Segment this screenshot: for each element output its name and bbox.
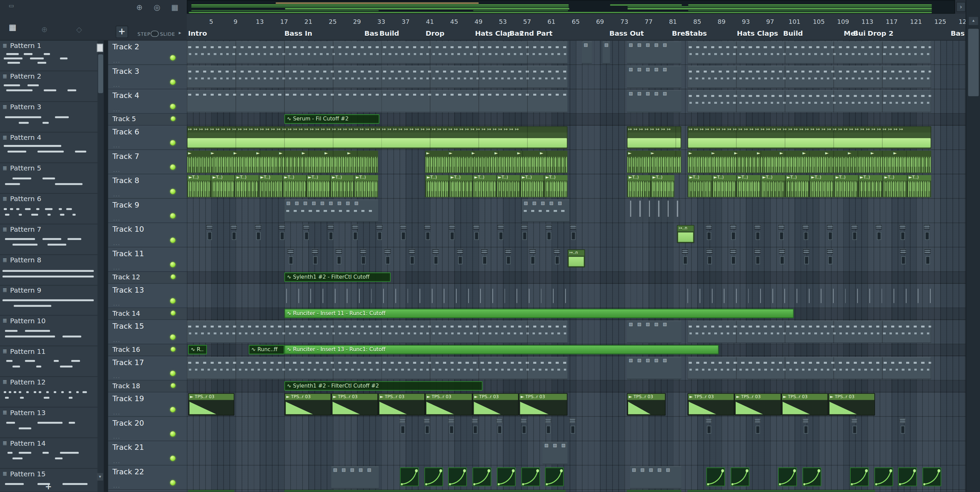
pattern-item[interactable]: ≣Pattern 9	[0, 285, 104, 316]
track-mute-led[interactable]	[170, 116, 176, 121]
mini-pattern-clip[interactable]	[827, 224, 834, 240]
audio-clip[interactable]: ► TPS..r 03	[687, 393, 734, 416]
track-mute-led[interactable]	[170, 104, 176, 110]
pattern-clip[interactable]	[687, 320, 931, 343]
mini-pattern-clip[interactable]	[206, 224, 214, 240]
track-options-grip[interactable]: ...	[113, 106, 120, 112]
playlist-grid[interactable]: ▤▤▤▤▤▤▤▤▤▤▤▤▤▤▤▤▤∿ Serum - Fil Cutoff #2…	[187, 40, 966, 492]
track-mute-led[interactable]	[170, 164, 176, 170]
snap-magnet-icon[interactable]: ◎	[154, 3, 160, 12]
audio-clip[interactable]: ►T..)	[737, 175, 761, 197]
pattern-item[interactable]: ≣Pattern 4	[0, 132, 104, 163]
audio-clip[interactable]: ►T..)	[858, 175, 883, 197]
section-marker[interactable]: Bas	[364, 29, 379, 37]
automation-clip[interactable]: ∿ Serum - Fil Cutoff #2	[285, 114, 379, 124]
mini-pattern-clip[interactable]	[827, 249, 834, 264]
pattern-item[interactable]: ≣Pattern 10	[0, 316, 104, 346]
automation-curve-clip[interactable]	[449, 468, 467, 486]
section-marker[interactable]: Bass In	[285, 29, 312, 37]
mini-pattern-clip[interactable]	[288, 249, 295, 264]
automation-curve-clip[interactable]	[850, 468, 869, 486]
mini-pattern-clip[interactable]	[231, 224, 238, 240]
audio-clip[interactable]: ►T..)	[520, 175, 544, 197]
pattern-item[interactable]: ≣Pattern 12	[0, 377, 104, 408]
mini-pattern-clip[interactable]	[900, 418, 907, 434]
add-button[interactable]: +	[116, 25, 128, 38]
audio-clip[interactable]: ↦↦↦↦↦↦↦↦	[627, 126, 681, 149]
track-mute-led[interactable]	[170, 140, 176, 146]
audio-clip[interactable]: ►►►►►►	[425, 151, 568, 173]
track-header[interactable]: Track 5	[108, 114, 187, 126]
mini-pattern-clip[interactable]	[505, 249, 513, 264]
mini-pattern-clip[interactable]	[706, 418, 713, 434]
mini-pattern-clip[interactable]	[803, 224, 810, 240]
audio-clip[interactable]: ►T..)	[473, 175, 496, 197]
audio-clip[interactable]: ► TPS..r 03	[188, 393, 234, 416]
mini-pattern-clip[interactable]	[522, 224, 529, 240]
track-options-grip[interactable]: ...	[113, 264, 120, 271]
mini-pattern-clip[interactable]	[360, 249, 368, 264]
audio-clip[interactable]: ►T..)	[306, 175, 330, 197]
audio-clip[interactable]: ►T..)	[211, 175, 234, 197]
pattern-clip[interactable]: ▤▤▤▤▤	[627, 90, 681, 112]
scrollbar-thumb[interactable]	[968, 29, 978, 96]
audio-clip[interactable]: ►T..)	[449, 175, 473, 197]
track-header[interactable]: Track 11...	[108, 247, 187, 272]
track-header[interactable]: Track 16	[108, 344, 187, 356]
audio-clip[interactable]: ↦↦↦↦↦↦↦↦↦↦↦↦↦↦↦↦↦↦↦↦↦↦↦↦↦↦↦↦↦↦↦↦↦↦↦↦↦↦↦↦…	[187, 126, 568, 149]
pattern-clip[interactable]	[187, 320, 568, 343]
audio-clip[interactable]: ►T..)	[544, 175, 568, 197]
pattern-item[interactable]: ≣Pattern 11	[0, 346, 104, 377]
automation-curve-clip[interactable]	[730, 468, 749, 486]
mini-pattern-clip[interactable]	[754, 249, 762, 264]
mini-pattern-clip[interactable]	[803, 418, 810, 434]
pattern-item[interactable]: ≣Pattern 1	[0, 40, 104, 71]
track-mute-led[interactable]	[170, 383, 176, 388]
track-mute-led[interactable]	[170, 274, 176, 279]
track-header[interactable]: Track 8...	[108, 174, 187, 199]
pattern-clip[interactable]: ▤▤▤▤▤	[331, 466, 379, 489]
track-mute-led[interactable]	[170, 55, 176, 61]
track-mute-led[interactable]	[170, 298, 176, 304]
track-header[interactable]: Track 13...	[108, 284, 187, 308]
pattern-item[interactable]: ≣Pattern 8	[0, 255, 104, 285]
automation-curve-clip[interactable]	[521, 468, 540, 486]
automation-curve-clip[interactable]	[874, 468, 893, 486]
mini-pattern-clip[interactable]	[399, 418, 407, 434]
track-mute-led[interactable]	[170, 189, 176, 194]
pattern-item[interactable]: ≣Pattern 6	[0, 194, 104, 224]
track-header[interactable]: Track 2...	[108, 40, 187, 65]
audio-clip[interactable]: ►►	[627, 151, 681, 173]
pattern-clip[interactable]: ▤▤▤▤▤	[627, 66, 681, 88]
pan-tool-icon[interactable]: ⊕	[136, 3, 142, 12]
audio-clip[interactable]: ► TPS..r 03	[285, 393, 331, 416]
scrollbar-thumb[interactable]	[98, 54, 103, 93]
track-mute-led[interactable]	[170, 371, 176, 376]
automation-curve-clip[interactable]	[778, 468, 797, 486]
automation-curve-clip[interactable]	[400, 468, 419, 486]
pan-tool-icon-dim[interactable]: ⊕	[41, 25, 47, 34]
audio-clip[interactable]: ► TPS..r 03	[378, 393, 425, 416]
audio-clip[interactable]: ► TPS..r 03	[331, 393, 378, 416]
track-header[interactable]: Track 3...	[108, 65, 187, 89]
mini-pattern-clip[interactable]	[449, 224, 456, 240]
audio-clip[interactable]: ►T..)	[687, 175, 712, 197]
track-options-grip[interactable]: ...	[113, 191, 120, 197]
track-options-grip[interactable]: ...	[113, 337, 120, 343]
track-header[interactable]: Track 19...	[108, 392, 187, 417]
mini-pattern-clip[interactable]	[730, 224, 737, 240]
section-marker[interactable]: Hats Clap	[475, 29, 512, 37]
audio-clip[interactable]: ►►►►►►►►►►	[687, 151, 931, 173]
audio-clip[interactable]: ►T..)	[234, 175, 258, 197]
pattern-list-scrollbar[interactable]	[98, 40, 104, 492]
mini-pattern-clip[interactable]	[448, 418, 455, 434]
playlist-vertical-scrollbar[interactable]: ▴	[966, 0, 980, 492]
track-header[interactable]: Track 12	[108, 272, 187, 284]
track-header[interactable]: Track 7...	[108, 150, 187, 175]
track-header[interactable]: Track 15...	[108, 320, 187, 344]
mini-pattern-clip[interactable]	[754, 418, 762, 434]
track-options-grip[interactable]: ...	[113, 82, 120, 88]
audio-clip[interactable]: ►T..)	[425, 175, 449, 197]
section-marker[interactable]: Bas	[951, 29, 965, 37]
track-mute-led[interactable]	[170, 262, 176, 268]
